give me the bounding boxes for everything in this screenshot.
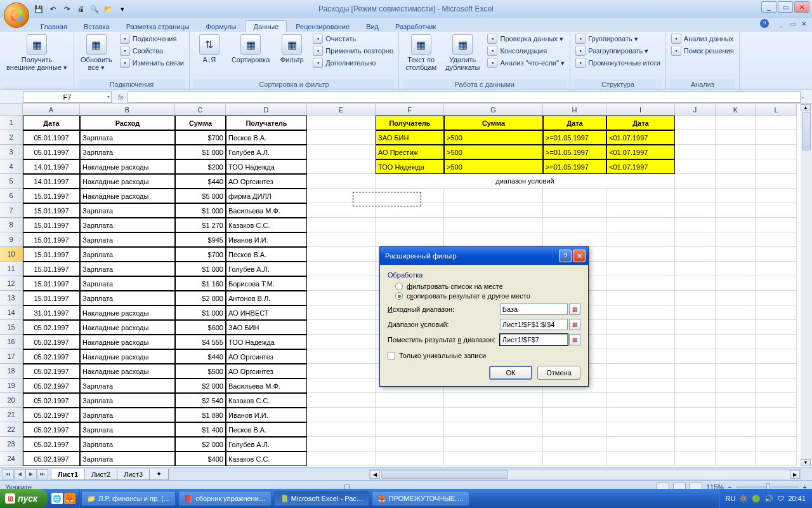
cell[interactable]: $1 400 (175, 422, 226, 437)
checkbox-unique-records[interactable]: Только уникальные записи (388, 352, 580, 359)
cell[interactable] (716, 393, 756, 408)
cell[interactable]: Дата (23, 116, 80, 130)
cell[interactable] (543, 408, 606, 422)
column-header[interactable]: I (606, 104, 675, 116)
column-header[interactable]: G (444, 104, 543, 116)
ribbon-button[interactable]: ▦Обновить все ▾ (78, 33, 115, 72)
ribbon-button[interactable]: ▪Консолидация (486, 45, 566, 57)
cell[interactable] (716, 130, 756, 145)
cell[interactable]: Казаков С.С. (226, 451, 307, 466)
cell[interactable] (444, 437, 543, 451)
cell[interactable] (376, 393, 444, 408)
cell[interactable] (307, 408, 376, 422)
taskbar-item[interactable]: 📕сборник упражнени… (178, 491, 272, 506)
cell[interactable]: Зарплата (80, 276, 175, 291)
cell[interactable] (606, 320, 675, 335)
row-header[interactable]: 17 (0, 349, 23, 364)
cell[interactable]: 05.02.1997 (23, 437, 80, 451)
cell[interactable] (606, 262, 675, 276)
cell[interactable] (606, 393, 675, 408)
cell[interactable]: Зарплата (80, 422, 175, 437)
cell[interactable]: ЗАО БИН (376, 130, 444, 145)
cell[interactable]: <01.07.1997 (606, 130, 675, 145)
cell[interactable]: 05.02.1997 (23, 393, 80, 408)
cell[interactable]: 15.01.1997 (23, 203, 80, 218)
row-header[interactable]: 11 (0, 262, 23, 276)
row-header[interactable]: 21 (0, 408, 23, 422)
row-header[interactable]: 7 (0, 203, 23, 218)
cell[interactable]: Зарплата (80, 378, 175, 393)
cell[interactable]: 05.02.1997 (23, 422, 80, 437)
cell[interactable]: $5 000 (175, 189, 226, 203)
cell[interactable]: Получатель (226, 116, 307, 130)
ribbon-button[interactable]: ▪Применить повторно (311, 45, 395, 57)
column-header[interactable]: H (543, 104, 606, 116)
cell[interactable] (307, 422, 376, 437)
row-header[interactable]: 24 (0, 451, 23, 466)
cell[interactable]: $2 000 (175, 378, 226, 393)
qat-more-icon[interactable]: ▾ (117, 3, 128, 15)
input-copy-to[interactable]: Лист1!$F$7 (500, 334, 568, 345)
cell[interactable] (307, 247, 376, 262)
close-button[interactable]: ✕ (794, 1, 809, 13)
cell[interactable] (606, 364, 675, 378)
row-header[interactable]: 16 (0, 335, 23, 349)
cell[interactable] (675, 291, 716, 305)
cell[interactable]: 15.01.1997 (23, 189, 80, 203)
ribbon-button[interactable]: ▦Сортировка (229, 33, 272, 65)
sheet-nav-next[interactable]: ▶ (25, 469, 37, 479)
ribbon-button[interactable]: ▪Дополнительно (311, 57, 395, 69)
cell[interactable]: 05.02.1997 (23, 320, 80, 335)
cell[interactable] (716, 349, 756, 364)
cell[interactable] (756, 349, 797, 364)
cell[interactable]: Накладные расходы (80, 364, 175, 378)
cell[interactable] (756, 247, 797, 262)
cell[interactable]: 15.01.1997 (23, 247, 80, 262)
cell[interactable]: $4 555 (175, 335, 226, 349)
formula-input[interactable] (128, 91, 801, 103)
cell[interactable]: Сумма (175, 116, 226, 130)
cell[interactable] (716, 422, 756, 437)
cell[interactable]: <01.07.1997 (606, 145, 675, 159)
cell[interactable] (444, 451, 543, 466)
cell[interactable] (675, 393, 716, 408)
cell[interactable] (307, 174, 376, 189)
cell[interactable]: Зарплата (80, 247, 175, 262)
cell[interactable] (675, 378, 716, 393)
cell[interactable]: Голубев А.Л. (226, 437, 307, 451)
undo-icon[interactable]: ↶ (47, 3, 58, 15)
cell[interactable] (756, 116, 797, 130)
cell[interactable] (756, 218, 797, 232)
ribbon-button[interactable]: ▪Анализ "что-если" ▾ (486, 57, 566, 69)
cell[interactable] (756, 305, 797, 320)
cell[interactable]: Дата (606, 116, 675, 130)
ribbon-button[interactable]: ⇅А↓Я (193, 33, 225, 65)
vertical-scrollbar[interactable]: ▲ ▼ (801, 104, 812, 466)
cell[interactable] (756, 130, 797, 145)
cell[interactable] (675, 189, 716, 203)
cell[interactable]: Дата (543, 116, 606, 130)
cell[interactable] (716, 262, 756, 276)
cell[interactable] (716, 116, 756, 130)
cell[interactable] (716, 320, 756, 335)
cell[interactable]: $500 (175, 364, 226, 378)
ribbon-tab-3[interactable]: Формулы (199, 21, 244, 32)
row-header[interactable]: 12 (0, 276, 23, 291)
cell[interactable] (716, 159, 756, 174)
cell[interactable]: $1 270 (175, 218, 226, 232)
cell[interactable] (606, 218, 675, 232)
cell[interactable] (376, 408, 444, 422)
column-header[interactable]: A (23, 104, 80, 116)
input-source-range[interactable]: База (500, 304, 568, 315)
row-header[interactable]: 15 (0, 320, 23, 335)
cell[interactable] (606, 349, 675, 364)
cell[interactable] (307, 364, 376, 378)
cell[interactable] (376, 218, 444, 232)
cell[interactable] (675, 320, 716, 335)
ribbon-tab-6[interactable]: Вид (358, 21, 386, 32)
cell[interactable] (307, 159, 376, 174)
cell[interactable]: ТОО Надежда (226, 159, 307, 174)
cell[interactable] (716, 335, 756, 349)
cell[interactable] (756, 408, 797, 422)
cell[interactable]: >500 (444, 130, 543, 145)
